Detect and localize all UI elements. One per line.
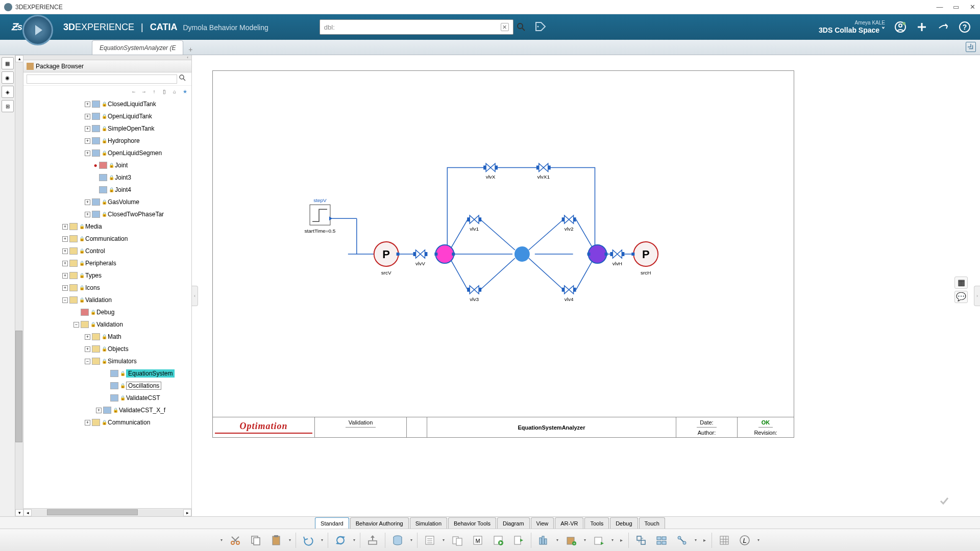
package-search-button[interactable] xyxy=(179,74,188,84)
side-icon-4[interactable]: ⊞ xyxy=(2,100,14,112)
expander-icon[interactable]: + xyxy=(85,126,90,132)
tree-item[interactable]: +🔒Communication xyxy=(23,416,191,429)
form-dropdown-icon[interactable]: ▾ xyxy=(441,538,446,542)
action-tab[interactable]: Tools xyxy=(584,517,609,529)
expander-icon[interactable]: + xyxy=(62,285,68,291)
right-collapse-icon[interactable]: › xyxy=(974,286,980,306)
script-button[interactable]: M xyxy=(469,531,487,549)
layer-dropdown-icon[interactable]: ▾ xyxy=(756,538,761,542)
expander-icon[interactable]: + xyxy=(85,114,90,119)
action-tab[interactable]: Debug xyxy=(610,517,638,529)
expander-icon[interactable]: − xyxy=(62,297,68,303)
hscroll-left-icon[interactable]: ◂ xyxy=(23,509,32,516)
expander-icon[interactable]: − xyxy=(85,359,90,364)
run-dropdown-icon[interactable]: ▾ xyxy=(610,538,615,542)
expander-icon[interactable]: + xyxy=(62,224,68,230)
expander-icon[interactable]: + xyxy=(85,138,90,144)
undo-dropdown-icon[interactable]: ▾ xyxy=(320,538,325,542)
expander-icon[interactable]: + xyxy=(62,273,68,279)
tree-item[interactable]: 🔒Oscillations xyxy=(23,380,191,392)
duplicate-button[interactable] xyxy=(448,531,467,549)
nav-back-icon[interactable]: ← xyxy=(130,88,137,95)
collab-space-selector[interactable]: 3DS Collab Space ˅ xyxy=(819,26,885,34)
database-dropdown-icon[interactable]: ▾ xyxy=(409,538,414,542)
tree-item[interactable]: +🔒Communication xyxy=(23,233,191,245)
tree-item[interactable]: +🔒Objects xyxy=(23,343,191,355)
tree-item[interactable]: −🔒Validation xyxy=(23,318,191,331)
expander-icon[interactable]: + xyxy=(85,334,90,340)
expander-icon[interactable]: + xyxy=(85,212,90,217)
side-icon-3[interactable]: ◈ xyxy=(2,86,14,98)
action-tab[interactable]: AR-VR xyxy=(555,517,583,529)
layer-button[interactable]: L xyxy=(736,531,754,549)
transform-button[interactable] xyxy=(632,531,650,549)
help-icon[interactable]: ? xyxy=(959,21,971,33)
action-tab[interactable]: Diagram xyxy=(497,517,530,529)
tree-item[interactable]: 🔒ValidateCST xyxy=(23,392,191,404)
action-tab[interactable]: View xyxy=(531,517,554,529)
expander-icon[interactable]: + xyxy=(62,248,68,254)
maximize-button[interactable]: ▭ xyxy=(952,4,960,11)
cut-button[interactable] xyxy=(226,531,244,549)
model-diagram[interactable]: P srcV P srcH xyxy=(213,71,794,437)
document-tab[interactable]: EquationSystemAnalyzer (E xyxy=(92,40,183,55)
package-search-input[interactable] xyxy=(27,74,177,84)
tree-item[interactable]: +🔒SimpleOpenTank xyxy=(23,122,191,135)
expander-icon[interactable]: + xyxy=(85,199,90,205)
scroll-down-icon[interactable]: ▾ xyxy=(15,509,23,516)
expander-icon[interactable]: + xyxy=(85,151,90,156)
user-profile-icon[interactable] xyxy=(894,21,906,33)
tag-icon[interactable] xyxy=(535,21,546,33)
expander-icon[interactable]: + xyxy=(62,236,68,242)
right-tool-2[interactable]: 💬 xyxy=(954,291,968,303)
connection-button[interactable] xyxy=(673,531,691,549)
scroll-up-icon[interactable]: ▴ xyxy=(15,55,23,62)
import-button[interactable] xyxy=(509,531,528,549)
minimize-tabbar-icon[interactable] xyxy=(966,42,976,52)
nav-up-icon[interactable]: ↑ xyxy=(151,88,158,95)
export-button[interactable] xyxy=(363,531,382,549)
side-icon-2[interactable]: ◉ xyxy=(2,71,14,84)
action-tab[interactable]: Touch xyxy=(639,517,665,529)
paste-button[interactable] xyxy=(267,531,285,549)
scroll-thumb[interactable] xyxy=(15,331,22,442)
refresh-button[interactable] xyxy=(331,531,350,549)
tree-item[interactable]: +🔒OpenLiquidSegmen xyxy=(23,147,191,159)
paste-dropdown-icon[interactable]: ▾ xyxy=(287,538,292,542)
toolbar-next-icon[interactable]: ▸ xyxy=(617,531,625,549)
search-clear-icon[interactable]: ✕ xyxy=(501,23,509,31)
tree-item[interactable]: +🔒Control xyxy=(23,245,191,257)
package-new-button[interactable]: + xyxy=(562,531,580,549)
add-tab-button[interactable]: + xyxy=(185,44,195,55)
copy-button[interactable] xyxy=(247,531,265,549)
toolbar-expand-icon[interactable]: ▾ xyxy=(219,538,224,542)
tree-item[interactable]: −🔒Simulators xyxy=(23,355,191,367)
nav-forward-icon[interactable]: → xyxy=(140,88,148,95)
tree-item[interactable]: −🔒Validation xyxy=(23,294,191,306)
hscroll-right-icon[interactable]: ▸ xyxy=(183,509,191,516)
canvas-area[interactable]: ‹ › ▦ 💬 xyxy=(192,55,980,516)
left-collapse-icon[interactable]: ‹ xyxy=(192,286,198,306)
grid-button[interactable] xyxy=(715,531,733,549)
tree-item[interactable]: +🔒Media xyxy=(23,220,191,233)
action-tab[interactable]: Behavior Tools xyxy=(448,517,496,529)
refresh-dropdown-icon[interactable]: ▾ xyxy=(352,538,357,542)
nav-fav-icon[interactable]: ★ xyxy=(181,88,188,95)
tree-item[interactable]: ●🔒Joint xyxy=(23,159,191,171)
expander-icon[interactable]: + xyxy=(85,346,90,352)
tree-item[interactable]: +🔒Math xyxy=(23,331,191,343)
package-new-dropdown-icon[interactable]: ▾ xyxy=(582,538,587,542)
package-vscroll[interactable]: ▴ ▾ xyxy=(15,55,23,516)
tree-item[interactable]: +🔒Hydrophore xyxy=(23,135,191,147)
tree-item[interactable]: +🔒GasVolume xyxy=(23,196,191,208)
tree-item[interactable]: +🔒ValidateCST_X_f xyxy=(23,404,191,416)
library-dropdown-icon[interactable]: ▾ xyxy=(555,538,560,542)
tree-item[interactable]: 🔒Joint3 xyxy=(23,171,191,184)
play-model-button[interactable] xyxy=(489,531,507,549)
tree-item[interactable]: 🔒EquationSystem xyxy=(23,367,191,380)
compass-button[interactable] xyxy=(22,15,53,45)
nav-home-icon[interactable]: ⌂ xyxy=(171,88,178,95)
toolbar-next2-icon[interactable]: ▸ xyxy=(700,531,708,549)
tree-item[interactable]: +🔒Types xyxy=(23,269,191,282)
search-input[interactable]: dbl: ✕ xyxy=(320,19,513,35)
